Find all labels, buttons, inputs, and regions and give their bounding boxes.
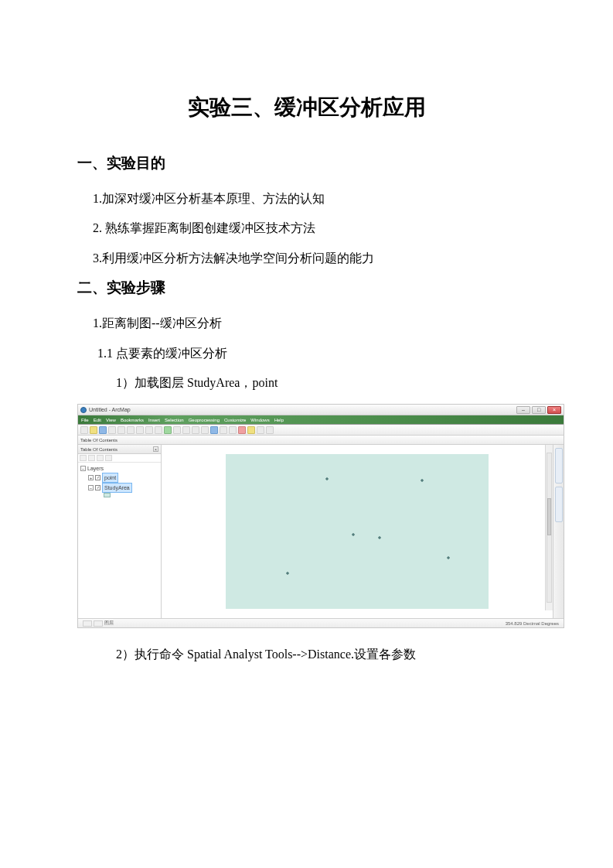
menu-file[interactable]: File	[81, 418, 89, 422]
arcmap-titlebar: Untitled - ArcMap – □ ×	[78, 405, 564, 415]
layer-studyarea-checkbox[interactable]: ✓	[95, 485, 100, 490]
menu-help[interactable]: Help	[274, 418, 284, 422]
menu-view[interactable]: View	[106, 418, 116, 422]
menu-insert[interactable]: Insert	[148, 418, 160, 422]
window-close-button[interactable]: ×	[547, 406, 561, 414]
new-icon[interactable]	[80, 426, 88, 434]
list-by-selection-icon[interactable]	[105, 455, 112, 461]
full-extent-icon[interactable]	[201, 426, 209, 434]
list-by-drawing-icon[interactable]	[80, 455, 87, 461]
step-1-1-1: 1）加载图层 StudyArea，point	[77, 368, 536, 398]
add-data-icon[interactable]	[164, 426, 172, 434]
menu-edit[interactable]: Edit	[94, 418, 101, 422]
step-1-1-2: 2）执行命令 Spatial Analyst Tools-->Distance.…	[77, 641, 536, 668]
vertical-scrollbar[interactable]	[545, 445, 553, 610]
menu-bookmarks[interactable]: Bookmarks	[121, 418, 144, 422]
map-view[interactable]	[162, 445, 553, 618]
redo-icon[interactable]	[155, 426, 162, 434]
expand-icon[interactable]: +	[88, 475, 94, 480]
arcmap-app-icon	[80, 407, 87, 413]
identify-icon[interactable]	[210, 426, 218, 434]
arcmap-statusbar: 图层 354.829 Decimal Degrees	[78, 618, 564, 627]
toc-layers-root[interactable]: − Layers	[80, 464, 158, 473]
arcmap-standard-toolbar	[78, 425, 564, 436]
status-coordinates: 354.829 Decimal Degrees	[506, 621, 559, 626]
layer-studyarea-label: StudyArea	[102, 483, 132, 493]
toc-list-by-buttons	[78, 454, 161, 463]
python-icon[interactable]	[257, 426, 264, 434]
find-icon[interactable]	[220, 426, 227, 434]
step-1: 1.距离制图--缓冲区分析	[77, 309, 536, 338]
point-feature-2	[421, 479, 424, 482]
menu-selection[interactable]: Selection	[165, 418, 184, 422]
studyarea-polygon	[226, 454, 489, 609]
arcmap-screenshot: Untitled - ArcMap – □ × File Edit View B…	[77, 404, 536, 628]
model-icon[interactable]	[266, 426, 274, 434]
paste-icon[interactable]	[136, 426, 144, 434]
point-feature-5	[286, 572, 289, 575]
toc-layer-studyarea[interactable]: − ✓ StudyArea	[80, 483, 158, 493]
print-icon[interactable]	[108, 426, 116, 434]
toc-header: Table Of Contents ×	[78, 445, 161, 454]
page-title: 实验三、缓冲区分析应用	[77, 93, 536, 122]
open-icon[interactable]	[90, 426, 97, 434]
zoom-in-icon[interactable]	[173, 426, 181, 434]
toc-layer-point[interactable]: + ✓ point	[80, 473, 158, 483]
arcmap-menubar: File Edit View Bookmarks Insert Selectio…	[78, 415, 564, 425]
point-feature-1	[325, 477, 329, 480]
menu-customize[interactable]: Customize	[224, 418, 246, 422]
objective-item-3: 3.利用缓冲区分析方法解决地学空间分析问题的能力	[77, 244, 536, 273]
window-minimize-button[interactable]: –	[516, 406, 530, 414]
arcmap-window-title: Untitled - ArcMap	[89, 407, 131, 412]
toc-tree: − Layers + ✓ point − ✓	[78, 463, 161, 499]
layer-point-checkbox[interactable]: ✓	[95, 475, 100, 480]
pan-icon[interactable]	[192, 426, 199, 434]
point-feature-6	[447, 556, 450, 559]
measure-icon[interactable]	[229, 426, 237, 434]
point-feature-4	[378, 536, 381, 539]
step-1-1-1-layers: StudyArea，point	[187, 376, 278, 389]
collapse-icon[interactable]: −	[80, 466, 86, 471]
arcmap-window: Untitled - ArcMap – □ × File Edit View B…	[77, 404, 564, 628]
save-icon[interactable]	[99, 426, 107, 434]
toc-title-text: Table Of Contents	[80, 447, 117, 452]
undo-icon[interactable]	[145, 426, 153, 434]
step-2-prefix: 2）执行命令	[116, 648, 187, 661]
layers-label: Layers	[87, 464, 104, 473]
zoom-out-icon[interactable]	[182, 426, 190, 434]
right-dock-tabs	[553, 445, 564, 618]
list-by-source-icon[interactable]	[88, 455, 95, 461]
studyarea-legend-swatch	[104, 493, 111, 497]
section-2-heading: 二、实验步骤	[77, 278, 536, 298]
catalog-icon[interactable]	[247, 426, 255, 434]
copy-icon[interactable]	[127, 426, 135, 434]
arcmap-tools-toolbar: Table Of Contents	[78, 436, 564, 445]
toc-label: Table Of Contents	[80, 438, 117, 443]
menu-windows[interactable]: Windows	[250, 418, 269, 422]
list-by-visibility-icon[interactable]	[97, 455, 104, 461]
arcmap-body: Table Of Contents × − Layers	[78, 445, 564, 618]
toc-layer-studyarea-legend	[80, 493, 158, 497]
toc-panel: Table Of Contents × − Layers	[78, 445, 162, 618]
point-feature-3	[352, 533, 355, 536]
section-1-heading: 一、实验目的	[77, 153, 536, 173]
view-label: 图层	[104, 620, 114, 627]
objective-item-1: 1.加深对缓冲区分析基本原理、方法的认知	[77, 184, 536, 214]
step-1-1: 1.1 点要素的缓冲区分析	[77, 339, 536, 368]
document-page: 实验三、缓冲区分析应用 一、实验目的 1.加深对缓冲区分析基本原理、方法的认知 …	[0, 0, 613, 668]
menu-geoprocessing[interactable]: Geoprocessing	[189, 418, 220, 422]
layer-point-label: point	[102, 473, 118, 483]
step-1-1-1-prefix: 1）加载图层	[116, 376, 187, 389]
cut-icon[interactable]	[117, 426, 125, 434]
step-2-command: Spatial Analyst Tools-->Distance.	[187, 648, 354, 661]
catalog-tab[interactable]	[555, 448, 563, 484]
search-tab[interactable]	[555, 487, 563, 522]
data-view-tab[interactable]	[83, 620, 92, 627]
step-2-suffix: 设置各参数	[354, 648, 416, 661]
layout-view-tab[interactable]	[94, 620, 103, 627]
collapse-icon-2[interactable]: −	[88, 485, 94, 490]
toolbox-icon[interactable]	[238, 426, 246, 434]
objective-item-2: 2. 熟练掌握距离制图创建缓冲区技术方法	[77, 214, 536, 243]
window-maximize-button[interactable]: □	[532, 406, 546, 414]
toc-close-button[interactable]: ×	[153, 446, 158, 452]
